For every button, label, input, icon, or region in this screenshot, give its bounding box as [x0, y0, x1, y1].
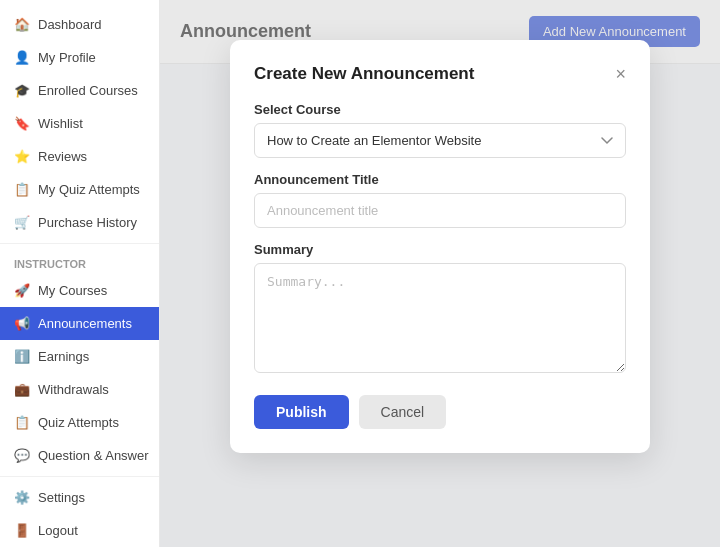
sidebar-item-label: Purchase History — [38, 215, 137, 230]
modal-title: Create New Announcement — [254, 64, 474, 84]
sidebar-item-label: Logout — [38, 523, 78, 538]
profile-icon: 👤 — [14, 50, 30, 65]
select-course-group: Select Course How to Create an Elementor… — [254, 102, 626, 158]
sidebar-item-quiz-attempts[interactable]: 📋 My Quiz Attempts — [0, 173, 159, 206]
sidebar-item-my-courses[interactable]: 🚀 My Courses — [0, 274, 159, 307]
modal-actions: Publish Cancel — [254, 395, 626, 429]
enrolled-icon: 🎓 — [14, 83, 30, 98]
sidebar-item-label: Enrolled Courses — [38, 83, 138, 98]
sidebar-item-announcements[interactable]: 📢 Announcements — [0, 307, 159, 340]
sidebar-item-label: Question & Answer — [38, 448, 149, 463]
sidebar-item-wishlist[interactable]: 🔖 Wishlist — [0, 107, 159, 140]
announcement-title-label: Announcement Title — [254, 172, 626, 187]
publish-button[interactable]: Publish — [254, 395, 349, 429]
logout-icon: 🚪 — [14, 523, 30, 538]
sidebar-item-enrolled-courses[interactable]: 🎓 Enrolled Courses — [0, 74, 159, 107]
reviews-icon: ⭐ — [14, 149, 30, 164]
sidebar-item-quiz-attempts-instructor[interactable]: 📋 Quiz Attempts — [0, 406, 159, 439]
sidebar-item-label: My Quiz Attempts — [38, 182, 140, 197]
dashboard-icon: 🏠 — [14, 17, 30, 32]
sidebar-item-question-answer[interactable]: 💬 Question & Answer — [0, 439, 159, 472]
cancel-button[interactable]: Cancel — [359, 395, 447, 429]
sidebar-divider — [0, 243, 159, 244]
sidebar-item-label: Wishlist — [38, 116, 83, 131]
announcement-title-input[interactable] — [254, 193, 626, 228]
summary-label: Summary — [254, 242, 626, 257]
sidebar-item-label: Withdrawals — [38, 382, 109, 397]
quiz-icon: 📋 — [14, 182, 30, 197]
sidebar-item-label: Quiz Attempts — [38, 415, 119, 430]
sidebar-item-label: Reviews — [38, 149, 87, 164]
withdrawals-icon: 💼 — [14, 382, 30, 397]
instructor-section-label: Instructor — [0, 248, 159, 274]
sidebar-item-label: My Courses — [38, 283, 107, 298]
summary-group: Summary — [254, 242, 626, 377]
sidebar-item-dashboard[interactable]: 🏠 Dashboard — [0, 8, 159, 41]
sidebar-item-label: My Profile — [38, 50, 96, 65]
select-course-label: Select Course — [254, 102, 626, 117]
modal-overlay: Create New Announcement × Select Course … — [160, 0, 720, 547]
sidebar-item-my-profile[interactable]: 👤 My Profile — [0, 41, 159, 74]
sidebar-item-earnings[interactable]: ℹ️ Earnings — [0, 340, 159, 373]
announcement-title-group: Announcement Title — [254, 172, 626, 228]
course-select[interactable]: How to Create an Elementor Website — [254, 123, 626, 158]
announcements-icon: 📢 — [14, 316, 30, 331]
sidebar-item-settings[interactable]: ⚙️ Settings — [0, 481, 159, 514]
qa-icon: 💬 — [14, 448, 30, 463]
modal-header: Create New Announcement × — [254, 64, 626, 84]
sidebar-item-purchase-history[interactable]: 🛒 Purchase History — [0, 206, 159, 239]
purchase-icon: 🛒 — [14, 215, 30, 230]
modal-close-button[interactable]: × — [615, 65, 626, 83]
settings-icon: ⚙️ — [14, 490, 30, 505]
sidebar-divider-2 — [0, 476, 159, 477]
quiz-attempts-icon: 📋 — [14, 415, 30, 430]
main-content: Announcement Add New Announcement Create… — [160, 0, 720, 547]
sidebar-item-label: Announcements — [38, 316, 132, 331]
summary-textarea[interactable] — [254, 263, 626, 373]
sidebar-item-label: Settings — [38, 490, 85, 505]
sidebar-item-withdrawals[interactable]: 💼 Withdrawals — [0, 373, 159, 406]
sidebar-item-reviews[interactable]: ⭐ Reviews — [0, 140, 159, 173]
sidebar: 🏠 Dashboard 👤 My Profile 🎓 Enrolled Cour… — [0, 0, 160, 547]
earnings-icon: ℹ️ — [14, 349, 30, 364]
sidebar-item-label: Dashboard — [38, 17, 102, 32]
sidebar-item-label: Earnings — [38, 349, 89, 364]
create-announcement-modal: Create New Announcement × Select Course … — [230, 40, 650, 453]
my-courses-icon: 🚀 — [14, 283, 30, 298]
sidebar-item-logout[interactable]: 🚪 Logout — [0, 514, 159, 547]
wishlist-icon: 🔖 — [14, 116, 30, 131]
